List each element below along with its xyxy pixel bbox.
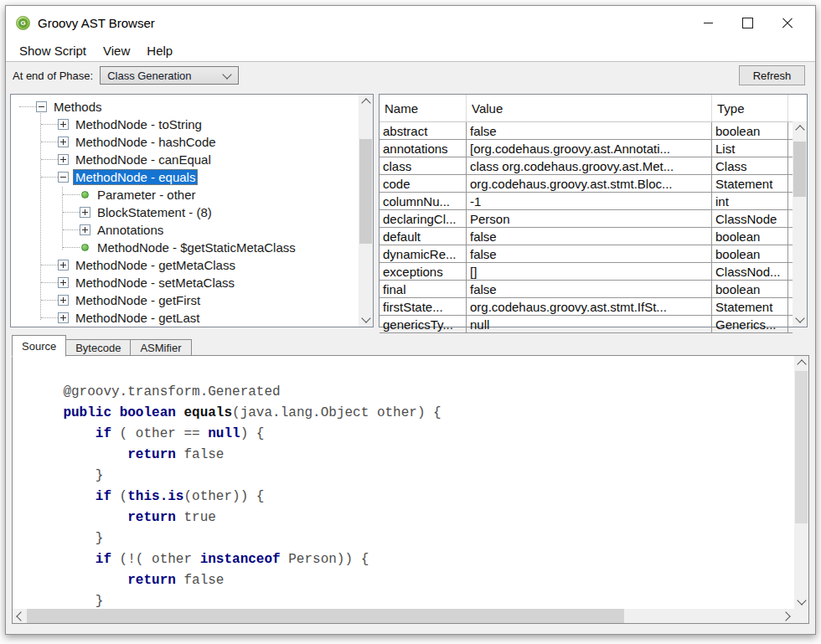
scroll-down-button[interactable] [794,595,808,609]
property-row[interactable]: codeorg.codehaus.groovy.ast.stmt.Bloc...… [380,175,793,193]
leaf-node-icon [81,191,89,198]
scroll-right-button[interactable] [780,609,794,623]
expand-icon[interactable] [58,312,69,323]
scroll-left-button[interactable] [13,609,27,623]
tab-asmifier[interactable]: ASMifier [130,339,191,356]
tree-item-label: MethodNode - getLast [73,310,202,326]
table-scrollbar[interactable] [793,121,807,327]
expand-icon[interactable] [58,277,69,288]
menu-view[interactable]: View [95,40,138,61]
maximize-button[interactable] [728,6,767,40]
property-row[interactable]: columnNu...-1int [380,193,793,210]
minimize-button[interactable] [689,6,728,40]
scrollbar-thumb[interactable] [359,139,372,244]
table-body: abstractfalsebooleanannotations[org.code… [380,122,793,333]
tree-item[interactable]: MethodNode - hashCode [11,133,359,151]
column-header-type[interactable]: Type [712,95,788,121]
property-type-cell: List [712,140,788,157]
property-value-cell: -1 [467,193,712,209]
property-row[interactable]: abstractfalseboolean [380,122,793,140]
column-header-name[interactable]: Name [380,95,467,121]
code-line: if (!( other instanceof Person)) { [31,549,794,570]
code-line: @groovy.transform.Generated [31,382,794,403]
expand-icon[interactable] [80,207,90,218]
close-button[interactable] [767,6,807,40]
ast-tree: MethodsMethodNode - toStringMethodNode -… [11,95,359,327]
scrollbar-thumb[interactable] [793,142,806,197]
property-value-cell: org.codehaus.groovy.ast.stmt.IfSt... [467,298,712,315]
tree-item-label: MethodNode - canEqual [73,152,214,167]
minimize-icon [704,23,713,23]
window-controls [689,6,807,40]
tab-source[interactable]: Source [12,335,66,357]
tree-item[interactable]: MethodNode - toString [11,116,359,133]
source-horizontal-scrollbar[interactable] [13,609,794,623]
properties-table-panel: NameValueType abstractfalsebooleanannota… [379,94,808,327]
tree-item[interactable]: Parameter - other [11,186,359,204]
property-row[interactable]: firstState...org.codehaus.groovy.ast.stm… [380,298,793,316]
tree-item[interactable]: MethodNode - setMetaClass [11,274,359,291]
tree-item-label: MethodNode - hashCode [73,134,219,150]
property-row[interactable]: defaultfalseboolean [380,228,793,245]
expand-icon[interactable] [58,260,69,270]
scroll-up-button[interactable] [794,356,808,370]
tree-item[interactable]: MethodNode - getFirst [11,291,359,309]
collapse-icon[interactable] [36,101,47,112]
property-row[interactable]: dynamicRe...falseboolean [380,245,793,263]
scrollbar-corner [794,609,808,623]
property-row[interactable]: declaringCl...PersonClassNode [380,210,793,228]
property-row[interactable]: genericsTy...nullGenerics... [380,316,793,333]
menu-show-script[interactable]: Show Script [11,40,95,61]
column-header-value[interactable]: Value [467,95,712,121]
expand-icon[interactable] [58,295,69,306]
collapse-icon[interactable] [58,172,69,183]
tree-connector [41,265,58,265]
tab-bytecode[interactable]: Bytecode [65,339,131,356]
property-value-cell: class org.codehaus.groovy.ast.Met... [467,157,712,174]
tree-item-label: Methods [51,99,105,115]
property-row[interactable]: exceptions[]ClassNod... [380,263,793,281]
property-row[interactable]: annotations[org.codehaus.groovy.ast.Anno… [380,140,793,157]
source-vertical-scrollbar[interactable] [794,356,808,609]
property-type-cell: boolean [712,245,788,262]
tree-item-label: Annotations [95,222,166,238]
expand-icon[interactable] [80,224,90,235]
menu-help[interactable]: Help [138,40,181,61]
property-row[interactable]: classclass org.codehaus.groovy.ast.Met..… [380,157,793,175]
tree-item[interactable]: MethodNode - $getStaticMetaClass [11,239,359,256]
expand-icon[interactable] [58,154,69,165]
tree-item[interactable]: BlockStatement - (8) [11,204,359,221]
property-type-cell: Class [712,157,788,174]
property-type-cell: boolean [712,281,788,297]
scroll-up-button[interactable] [793,121,807,136]
tree-connector [41,282,58,283]
tree-connector [41,177,58,178]
tree-connector [41,317,58,318]
scrollbar-thumb[interactable] [27,609,624,623]
property-name-cell: abstract [380,122,467,139]
tree-item[interactable]: MethodNode - equals [11,168,359,186]
scroll-up-button[interactable] [359,95,373,109]
tree-item[interactable]: MethodNode - getMetaClass [11,256,359,274]
phase-label: At end of Phase: [13,70,93,82]
tree-item[interactable]: Methods [11,98,359,116]
refresh-button[interactable]: Refresh [739,65,805,85]
chevron-down-icon [361,313,370,322]
scroll-down-button[interactable] [793,312,807,327]
code-line: if ( other == null) { [31,424,794,445]
tree-connector [41,124,58,125]
tree-item[interactable]: Annotations [11,221,359,239]
tree-item[interactable]: MethodNode - getLast [11,309,359,327]
property-value-cell: [org.codehaus.groovy.ast.Annotati... [467,140,712,157]
property-type-cell: Statement [712,175,788,192]
phase-combobox[interactable]: Class Generation [100,66,239,85]
scrollbar-thumb[interactable] [795,371,808,523]
tree-connector [63,212,80,213]
tree-item[interactable]: MethodNode - canEqual [11,151,359,168]
expand-icon[interactable] [58,137,69,147]
tree-scrollbar[interactable] [359,95,373,327]
expand-icon[interactable] [58,119,69,130]
property-row[interactable]: finalfalseboolean [380,281,793,298]
property-value-cell: false [467,245,712,262]
scroll-down-button[interactable] [359,312,373,327]
